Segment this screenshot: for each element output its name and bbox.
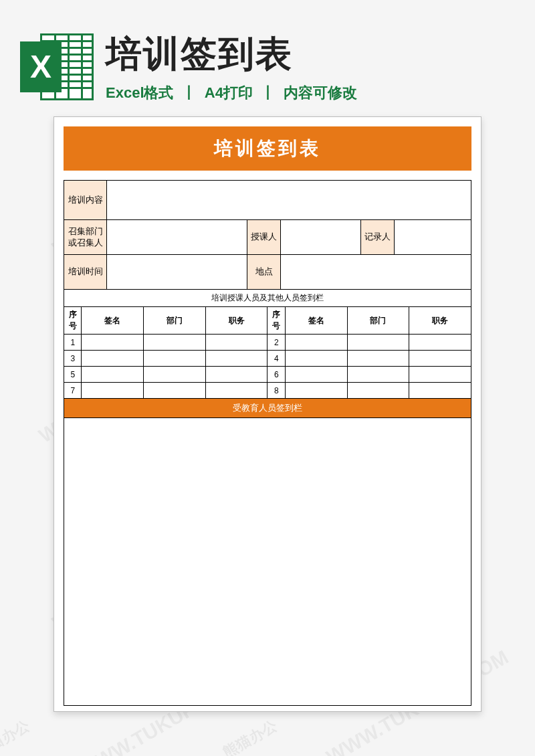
template-title: 培训签到表 <box>106 30 515 79</box>
cell-seq: 6 <box>268 367 285 383</box>
cell-seq: 5 <box>64 367 82 383</box>
value-time <box>107 255 247 289</box>
cell-seq: 3 <box>64 351 82 367</box>
th-seq: 序号 <box>64 307 82 335</box>
sub-part: 内容可修改 <box>284 84 357 101</box>
label-convener: 召集部门 或召集人 <box>64 220 107 254</box>
value-place <box>281 255 471 289</box>
cell-seq: 7 <box>64 383 82 399</box>
cell-seq: 4 <box>268 351 285 367</box>
watermark-brand: 熊猫办公 <box>0 716 33 756</box>
cell-seq: 2 <box>268 335 285 351</box>
value-convener <box>107 220 247 254</box>
excel-icon: X <box>20 33 94 100</box>
sub-sep: 丨 <box>182 84 197 101</box>
sub-part: Excel格式 <box>106 84 174 101</box>
th-name: 签名 <box>285 307 347 335</box>
cell-seq: 1 <box>64 335 82 351</box>
label-lecturer: 授课人 <box>247 220 281 254</box>
th-pos: 职务 <box>205 307 268 335</box>
th-name: 签名 <box>82 307 144 335</box>
section-trainee-signin-label: 受教育人员签到栏 <box>64 399 471 418</box>
label-training-content: 培训内容 <box>64 181 107 219</box>
info-grid: 培训内容 召集部门 或召集人 授课人 记录人 培训时间 地点 <box>64 180 471 289</box>
table-row: 3 4 <box>64 351 471 367</box>
cell-seq: 8 <box>268 383 285 399</box>
th-seq: 序号 <box>268 307 285 335</box>
th-dept: 部门 <box>347 307 409 335</box>
template-header: X 培训签到表 Excel格式 丨 A4打印 丨 内容可修改 <box>20 30 515 103</box>
value-recorder <box>395 220 471 254</box>
document-preview: 培训签到表 培训内容 召集部门 或召集人 授课人 记录人 培训时间 地点 培训授… <box>54 116 481 712</box>
excel-x-glyph: X <box>30 51 51 83</box>
trainee-signin-area <box>64 418 471 706</box>
label-time: 培训时间 <box>64 255 107 289</box>
table-row: 1 2 <box>64 335 471 351</box>
watermark-brand: 熊猫办公 <box>219 716 280 756</box>
lecturer-signin-table: 序号 签名 部门 职务 序号 签名 部门 职务 1 2 3 4 5 6 <box>64 306 471 399</box>
th-dept: 部门 <box>144 307 206 335</box>
label-recorder: 记录人 <box>361 220 395 254</box>
value-training-content <box>107 181 471 219</box>
table-row: 5 6 <box>64 367 471 383</box>
sub-sep: 丨 <box>261 84 276 101</box>
section-lecturer-signin-label: 培训授课人员及其他人员签到栏 <box>64 289 471 306</box>
th-pos: 职务 <box>409 307 471 335</box>
template-subtitle: Excel格式 丨 A4打印 丨 内容可修改 <box>106 83 515 103</box>
value-lecturer <box>281 220 361 254</box>
table-row: 7 8 <box>64 383 471 399</box>
doc-title: 培训签到表 <box>64 126 471 171</box>
sub-part: A4打印 <box>205 84 253 101</box>
label-place: 地点 <box>247 255 281 289</box>
